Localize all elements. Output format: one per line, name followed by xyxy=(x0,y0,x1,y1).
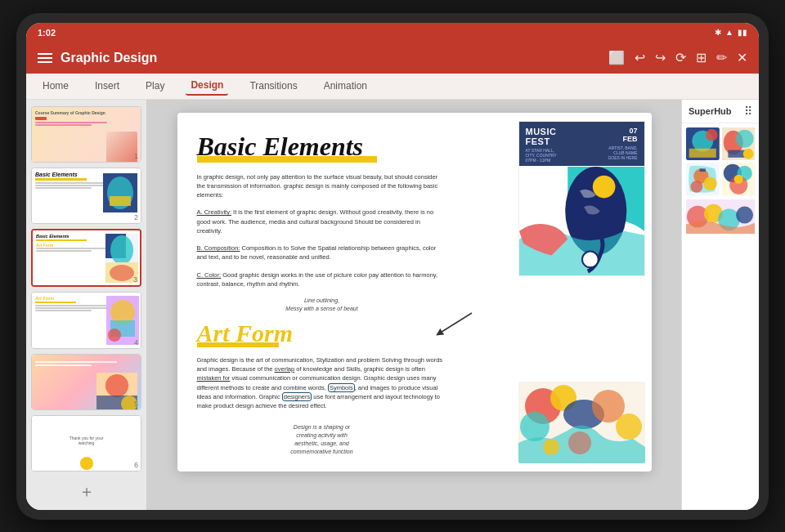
svg-point-43 xyxy=(691,181,703,193)
slide-right-content: MUSICFEST AT STAR HALL,CITY, COUNTRY07PM… xyxy=(464,113,652,472)
svg-point-54 xyxy=(736,206,753,223)
tablet-frame: 1:02 ✱ ▲ ▮▮ Graphic Design ⬜ ↩ ↪ ⟳ ⊞ ✏ xyxy=(16,13,769,520)
annotation-bottom: Design is a shaping orcreating activity … xyxy=(197,423,447,455)
hub-image-5[interactable] xyxy=(686,199,755,267)
tab-insert[interactable]: Insert xyxy=(90,77,124,95)
point-a-text: A. Creativity: It is the first element o… xyxy=(197,208,447,235)
superhub-panel: SuperHub ⠿ xyxy=(681,100,759,510)
ribbon: Home Insert Play Design Transitions Anim… xyxy=(26,74,759,100)
heading-underline xyxy=(197,156,377,163)
mf-date: 07FEB xyxy=(608,127,637,145)
close-icon[interactable]: ✕ xyxy=(737,50,747,65)
heading-art-form: Art Form xyxy=(197,320,447,346)
slide-number-6: 6 xyxy=(134,461,138,469)
tab-home[interactable]: Home xyxy=(38,77,74,95)
slide-thumb-1[interactable]: Course Summary of Graphic Design 1 xyxy=(31,106,141,163)
svg-point-13 xyxy=(105,374,128,397)
slide-number-4: 4 xyxy=(134,338,138,346)
mf-header: MUSICFEST AT STAR HALL,CITY, COUNTRY07PM… xyxy=(519,122,644,166)
hub-image-2[interactable] xyxy=(722,127,756,161)
svg-point-37 xyxy=(735,129,753,147)
music-fest-poster: MUSICFEST AT STAR HALL,CITY, COUNTRY07PM… xyxy=(518,121,645,276)
second-art-block xyxy=(518,382,645,463)
title-right: ⬜ ↩ ↪ ⟳ ⊞ ✏ ✕ xyxy=(608,50,747,65)
intro-text: In graphic design, not only pay attentio… xyxy=(197,172,447,200)
main-content: Course Summary of Graphic Design 1 xyxy=(26,100,759,510)
slide-thumb-3[interactable]: Basic Elements Art Form xyxy=(31,229,141,287)
tab-animation[interactable]: Animation xyxy=(319,77,372,95)
tablet-view-icon[interactable]: ⬜ xyxy=(608,50,625,65)
svg-point-34 xyxy=(706,128,718,141)
hub-image-4[interactable] xyxy=(722,163,756,196)
battery-icon: ▮▮ xyxy=(738,28,747,37)
svg-point-25 xyxy=(520,412,550,441)
title-bar: Graphic Design ⬜ ↩ ↪ ⟳ ⊞ ✏ ✕ xyxy=(26,42,759,74)
tab-transitions[interactable]: Transitions xyxy=(244,77,302,95)
add-slide-button[interactable]: ＋ xyxy=(31,480,141,503)
mf-artist: ARTIST, BAND,CLUB NAMEGOES IN HERE xyxy=(608,145,637,160)
status-bar: 1:02 ✱ ▲ ▮▮ xyxy=(26,23,759,42)
layout-icon[interactable]: ⊞ xyxy=(696,50,706,65)
mf-illustration xyxy=(519,166,644,276)
slide-number-1: 1 xyxy=(134,152,138,160)
svg-point-11 xyxy=(108,329,121,342)
app-title: Graphic Design xyxy=(61,51,157,65)
superhub-title: SuperHub xyxy=(689,106,732,116)
annotation-line: Line outlining,Messy with a sense of bea… xyxy=(197,297,447,313)
svg-point-39 xyxy=(742,148,753,159)
slides-panel: Course Summary of Graphic Design 1 xyxy=(26,100,147,510)
document-area: Basic Elements In graphic design, not on… xyxy=(147,100,681,510)
bluetooth-icon: ✱ xyxy=(715,28,721,37)
hub-image-1[interactable] xyxy=(686,127,720,161)
slide-number-2: 2 xyxy=(134,213,138,221)
status-time: 1:02 xyxy=(38,28,56,38)
tablet-screen: 1:02 ✱ ▲ ▮▮ Graphic Design ⬜ ↩ ↪ ⟳ ⊞ ✏ xyxy=(26,23,759,510)
svg-rect-2 xyxy=(110,196,131,206)
hub-image-3[interactable] xyxy=(686,163,720,196)
svg-point-49 xyxy=(733,175,742,184)
svg-point-42 xyxy=(703,177,717,190)
plus-icon: ＋ xyxy=(78,481,95,503)
svg-rect-44 xyxy=(700,168,706,172)
point-c-text: C. Color: Good graphic design works in t… xyxy=(197,270,447,289)
pen-icon[interactable]: ✏ xyxy=(716,50,727,65)
hamburger-menu[interactable] xyxy=(38,53,52,63)
svg-point-5 xyxy=(110,235,133,265)
status-icons: ✱ ▲ ▮▮ xyxy=(715,28,747,37)
slide-thumb-4[interactable]: Art Form xyxy=(31,292,141,348)
svg-point-30 xyxy=(543,439,559,455)
mf-title: MUSICFEST xyxy=(526,127,557,146)
slide-number-3: 3 xyxy=(133,275,137,284)
superhub-header: SuperHub ⠿ xyxy=(682,100,759,123)
superhub-grid xyxy=(682,123,759,510)
tab-play[interactable]: Play xyxy=(141,77,169,95)
tab-design[interactable]: Design xyxy=(186,76,228,96)
refresh-icon[interactable]: ⟳ xyxy=(675,50,686,65)
title-left: Graphic Design xyxy=(38,51,157,65)
svg-point-21 xyxy=(581,251,598,267)
point-b-text: B. Composition: Composition is to Solve … xyxy=(197,244,447,262)
wifi-icon: ▲ xyxy=(725,28,733,37)
art-body-text: Graphic design is the art of communicati… xyxy=(197,355,447,411)
slide-left-content: Basic Elements In graphic design, not on… xyxy=(177,113,464,472)
slide-thumb-5[interactable]: 5 xyxy=(31,354,141,410)
svg-point-7 xyxy=(110,265,134,281)
mf-venue: AT STAR HALL,CITY, COUNTRY07PM - 11PM xyxy=(526,148,557,163)
svg-point-29 xyxy=(568,431,591,454)
undo-icon[interactable]: ↩ xyxy=(635,50,645,65)
slide-number-5: 5 xyxy=(134,400,138,408)
svg-point-28 xyxy=(616,414,642,440)
svg-point-20 xyxy=(592,175,615,198)
svg-rect-33 xyxy=(689,148,716,157)
slide-page: Basic Elements In graphic design, not on… xyxy=(177,113,652,472)
slide-thumb-2[interactable]: Basic Elements xyxy=(31,168,141,224)
mf-body xyxy=(519,166,644,276)
slide-thumb-6[interactable]: Thank you for yourwatching 6 xyxy=(31,415,141,472)
redo-icon[interactable]: ↪ xyxy=(655,50,666,65)
superhub-grid-icon[interactable]: ⠿ xyxy=(744,105,752,118)
